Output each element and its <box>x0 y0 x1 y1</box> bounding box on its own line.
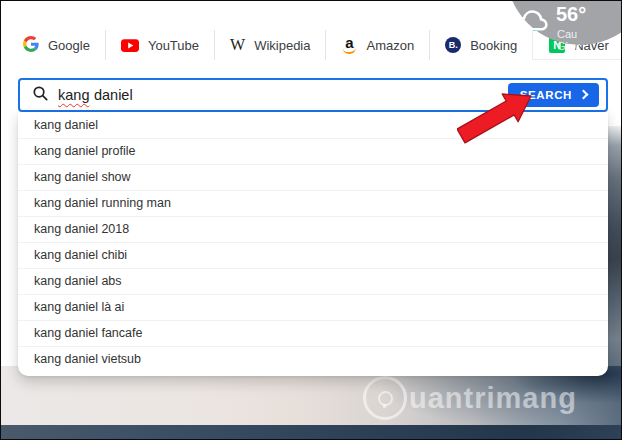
cloud-icon <box>516 8 550 37</box>
google-icon <box>23 36 39 55</box>
suggestion-item[interactable]: kang daniel 2018 <box>18 216 608 242</box>
suggestion-item[interactable]: kang daniel show <box>18 164 608 190</box>
suggestion-item[interactable]: kang daniel running man <box>18 190 608 216</box>
red-pointer-arrow <box>457 92 537 145</box>
shortcut-youtube[interactable]: YouTube <box>106 30 215 60</box>
shortcut-label: Booking <box>470 38 517 53</box>
youtube-icon <box>121 39 139 52</box>
weather-location: Cau Giay <box>557 28 580 52</box>
query-word-misspelled: kang <box>58 87 89 103</box>
suggestion-item[interactable]: kang daniel chibi <box>18 242 608 268</box>
amazon-icon: a <box>341 36 357 54</box>
suggestion-item[interactable]: kang daniel vietsub <box>18 346 608 372</box>
watermark-text: uantrimang <box>409 382 577 415</box>
weather-temperature: 56° <box>556 3 586 26</box>
shortcut-google[interactable]: Google <box>8 30 106 60</box>
shortcut-label: YouTube <box>148 38 199 53</box>
watermark: uantrimang <box>363 376 577 420</box>
suggestion-item[interactable]: kang daniel là ai <box>18 294 608 320</box>
background-photo-water-strip <box>0 425 622 440</box>
shortcut-label: Amazon <box>366 38 414 53</box>
wikipedia-icon: W <box>230 37 245 53</box>
suggestion-item[interactable]: kang daniel fancafe <box>18 320 608 346</box>
shortcut-wikipedia[interactable]: W Wikipedia <box>215 30 326 60</box>
search-query-text[interactable]: kang daniel <box>58 87 133 103</box>
background-photo-right-strip <box>606 126 622 368</box>
suggestions-dropdown: kang daniel kang daniel profile kang dan… <box>18 112 608 376</box>
shortcut-amazon[interactable]: a Amazon <box>326 30 430 60</box>
shortcut-label: Google <box>48 38 90 53</box>
search-icon <box>32 85 49 106</box>
watermark-lightbulb-icon <box>363 376 407 420</box>
booking-icon: B. <box>445 37 461 53</box>
shortcut-label: Wikipedia <box>254 38 310 53</box>
query-word-rest: daniel <box>94 87 133 103</box>
chevron-right-icon <box>579 90 589 100</box>
suggestion-item[interactable]: kang daniel abs <box>18 268 608 294</box>
